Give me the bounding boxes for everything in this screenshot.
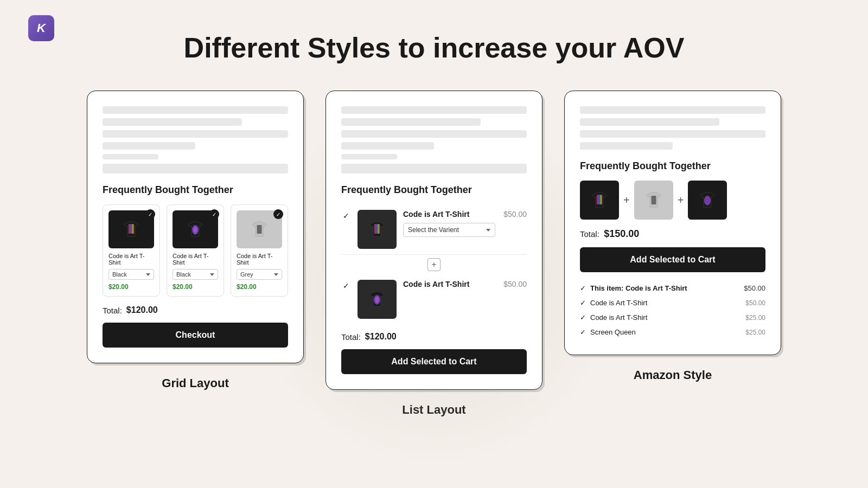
item-name: This item: Code is Art T-Shirt: [590, 284, 739, 292]
skeleton-line: [103, 118, 242, 126]
amazon-item: ✓ Code is Art T-Shirt $50.00: [580, 296, 765, 310]
grid-products: ✓ Code is Art T-Shirt Black White G: [103, 204, 288, 297]
variant-select[interactable]: Black White Grey: [173, 269, 218, 280]
svg-rect-13: [600, 195, 602, 205]
product-info: Code is Art T-Shirt: [403, 280, 497, 293]
grid-layout-card: Frequently Bought Together ✓ Code is Ar: [87, 91, 304, 363]
total-label: Total:: [103, 306, 122, 315]
product-image: [358, 210, 397, 249]
amazon-item: ✓ Code is Art T-Shirt $25.00: [580, 310, 765, 325]
amazon-products-row: + +: [580, 181, 765, 220]
item-price: $25.00: [745, 329, 765, 336]
product-image: [358, 280, 397, 319]
item-name: Code is Art T-Shirt: [590, 313, 741, 322]
skeleton-line: [103, 164, 288, 174]
page-title: Different Styles to increase your AOV: [0, 0, 868, 63]
product-image: [634, 181, 673, 220]
skeleton-line: [103, 106, 288, 114]
check-icon: ✓: [580, 313, 586, 322]
skeleton-header: [580, 106, 765, 150]
skeleton-line: [341, 106, 527, 114]
product-price: $50.00: [503, 210, 527, 219]
skeleton-line: [341, 164, 527, 174]
add-to-cart-button[interactable]: Add Selected to Cart: [341, 349, 527, 374]
check-icon: ✓: [580, 299, 586, 307]
amazon-style-label: Amazon Style: [634, 368, 712, 382]
skeleton-line: [103, 154, 158, 159]
amazon-item: ✓ This item: Code is Art T-Shirt $50.00: [580, 281, 765, 296]
svg-rect-5: [257, 225, 262, 234]
product-name: Code is Art T-Shirt: [108, 253, 154, 266]
amazon-section-title: Frequently Bought Together: [580, 160, 765, 172]
amazon-total-amount: $150.00: [604, 228, 639, 239]
product-name: Code is Art T-Shirt: [173, 253, 218, 266]
svg-point-4: [193, 227, 197, 233]
skeleton-line: [341, 154, 397, 159]
plus-icon: +: [678, 194, 684, 207]
checkout-button[interactable]: Checkout: [103, 323, 288, 348]
list-product-item: ✓ Code is Art T-Shirt $50.00: [341, 274, 527, 324]
amazon-total: Total: $150.00: [580, 228, 765, 240]
list-products: ✓ Code is Art T-Shirt Select the Varient: [341, 204, 527, 324]
list-check-icon: ✓: [341, 281, 351, 291]
list-layout-card: Frequently Bought Together ✓: [326, 91, 542, 390]
skeleton-line: [580, 118, 719, 126]
list-divider: +: [341, 255, 527, 274]
product-info: Code is Art T-Shirt Select the Varient B…: [403, 210, 497, 237]
item-price: $50.00: [745, 299, 765, 307]
list-product-item: ✓ Code is Art T-Shirt Select the Varient: [341, 204, 527, 255]
product-price: $50.00: [503, 280, 527, 288]
skeleton-line: [103, 142, 195, 150]
skeleton-line: [580, 106, 765, 114]
product-name: Code is Art T-Shirt: [403, 280, 497, 288]
grid-layout-wrapper: Frequently Bought Together ✓ Code is Ar: [87, 91, 304, 390]
total-amount: $120.00: [126, 305, 158, 315]
product-name: Code is Art T-Shirt: [403, 210, 497, 219]
variant-select[interactable]: Grey Black White: [237, 269, 282, 280]
grid-product-item: ✓ Code is Art T-Shirt Black White G: [103, 204, 160, 297]
svg-rect-2: [132, 224, 134, 234]
product-image: [688, 181, 727, 220]
grid-section-title: Frequently Bought Together: [103, 184, 288, 196]
skeleton-header: [103, 106, 288, 174]
skeleton-line: [580, 142, 673, 150]
amazon-style-wrapper: Frequently Bought Together +: [564, 91, 781, 382]
list-section-title: Frequently Bought Together: [341, 184, 527, 196]
item-price: $25.00: [745, 314, 765, 322]
list-layout-label: List Layout: [402, 403, 465, 417]
svg-rect-8: [378, 224, 380, 234]
amazon-add-to-cart-button[interactable]: Add Selected to Cart: [580, 247, 765, 272]
check-icon: ✓: [580, 284, 586, 292]
svg-rect-7: [375, 224, 377, 234]
amazon-item-list: ✓ This item: Code is Art T-Shirt $50.00 …: [580, 281, 765, 339]
product-price: $20.00: [237, 283, 282, 291]
amazon-style-card: Frequently Bought Together +: [564, 91, 781, 355]
logo-icon: K: [28, 15, 54, 41]
skeleton-line: [341, 142, 434, 150]
variant-select[interactable]: Black White Grey: [108, 269, 154, 280]
item-name: Screen Queen: [590, 328, 741, 336]
amazon-item: ✓ Screen Queen $25.00: [580, 325, 765, 339]
total-row: Total: $120.00: [341, 332, 527, 342]
skeleton-line: [580, 130, 765, 138]
svg-rect-12: [597, 195, 599, 205]
skeleton-header: [341, 106, 527, 174]
check-icon: ✓: [580, 328, 586, 336]
cards-container: Frequently Bought Together ✓ Code is Ar: [0, 91, 868, 417]
plus-icon: +: [623, 194, 630, 207]
svg-rect-1: [129, 224, 131, 234]
grid-layout-label: Grid Layout: [162, 376, 228, 390]
variant-select[interactable]: Select the Varient Black White Grey: [403, 223, 495, 237]
total-row: Total: $120.00: [103, 305, 288, 315]
grid-product-item: ✓ Code is Art T-Shirt Black White Grey: [167, 204, 224, 297]
product-price: $20.00: [108, 283, 154, 291]
list-check-icon: ✓: [341, 211, 351, 221]
item-price: $50.00: [744, 284, 765, 292]
svg-point-15: [704, 196, 711, 206]
svg-rect-14: [651, 196, 656, 204]
grid-product-item: ✓ Code is Art T-Shirt Grey Black White $…: [231, 204, 288, 297]
product-name: Code is Art T-Shirt: [237, 253, 282, 266]
svg-point-10: [375, 297, 379, 303]
skeleton-line: [341, 118, 481, 126]
product-image: [580, 181, 619, 220]
